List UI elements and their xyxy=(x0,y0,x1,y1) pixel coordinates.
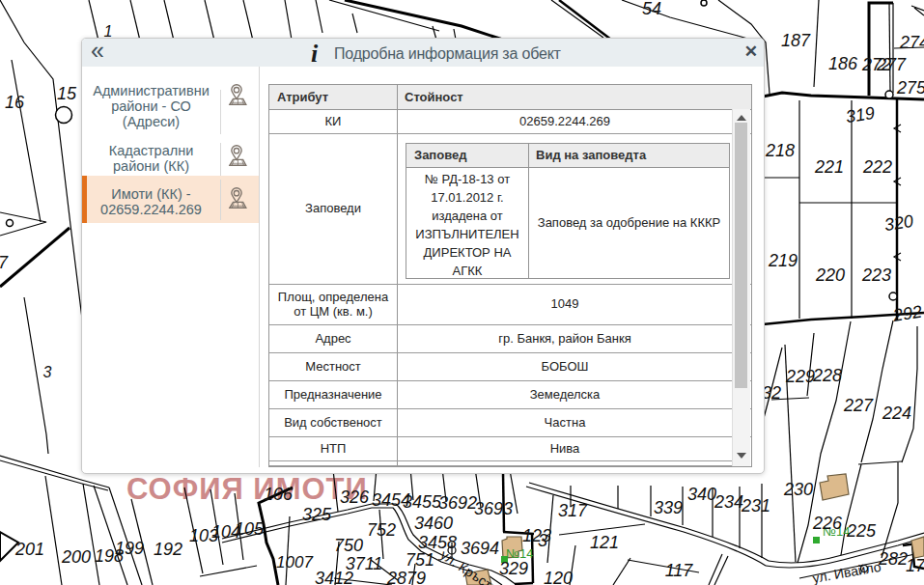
svg-text:200: 200 xyxy=(61,547,91,567)
svg-text:750: 750 xyxy=(334,536,363,555)
svg-text:121: 121 xyxy=(590,533,619,552)
svg-text:54: 54 xyxy=(642,0,661,18)
svg-text:226: 226 xyxy=(812,514,843,533)
svg-text:275: 275 xyxy=(896,78,924,98)
svg-text:339: 339 xyxy=(654,498,683,517)
svg-text:192: 192 xyxy=(154,540,182,559)
svg-text:7: 7 xyxy=(0,253,9,272)
svg-text:752: 752 xyxy=(367,520,396,540)
svg-text:326: 326 xyxy=(340,488,370,507)
svg-text:199: 199 xyxy=(115,539,144,558)
svg-text:231: 231 xyxy=(741,496,770,515)
svg-text:228: 228 xyxy=(812,366,842,385)
svg-text:229: 229 xyxy=(785,367,815,386)
svg-text:317: 317 xyxy=(558,501,588,520)
svg-text:282: 282 xyxy=(878,549,908,569)
svg-text:225: 225 xyxy=(846,521,877,541)
svg-text:120: 120 xyxy=(544,569,573,585)
svg-text:201: 201 xyxy=(14,540,44,559)
svg-text:3: 3 xyxy=(538,531,547,550)
svg-text:340: 340 xyxy=(687,485,716,504)
svg-text:3455: 3455 xyxy=(403,492,442,512)
svg-text:105: 105 xyxy=(235,519,265,539)
svg-text:16: 16 xyxy=(5,93,25,112)
svg-text:2879: 2879 xyxy=(386,569,426,585)
svg-text:277: 277 xyxy=(876,55,907,74)
svg-text:230: 230 xyxy=(783,480,813,499)
svg-text:224: 224 xyxy=(882,404,911,423)
svg-text:3: 3 xyxy=(43,364,52,380)
svg-text:15: 15 xyxy=(57,84,77,103)
svg-text:117: 117 xyxy=(665,561,694,580)
svg-text:223: 223 xyxy=(861,265,891,285)
svg-text:320: 320 xyxy=(883,211,915,235)
svg-text:3694: 3694 xyxy=(461,539,499,558)
svg-text:187: 187 xyxy=(781,31,811,50)
svg-text:3693: 3693 xyxy=(474,499,513,518)
svg-text:3692: 3692 xyxy=(438,493,477,513)
svg-text:274: 274 xyxy=(899,33,924,52)
svg-text:234: 234 xyxy=(714,492,743,512)
svg-text:173: 173 xyxy=(906,556,924,575)
svg-text:325: 325 xyxy=(302,505,332,524)
svg-text:292: 292 xyxy=(891,302,924,326)
svg-text:751: 751 xyxy=(406,550,434,570)
svg-text:219: 219 xyxy=(768,251,798,270)
svg-text:329: 329 xyxy=(499,559,528,578)
svg-text:221: 221 xyxy=(814,157,844,177)
svg-text:106: 106 xyxy=(264,485,294,504)
svg-text:186: 186 xyxy=(828,54,858,73)
svg-text:319: 319 xyxy=(845,103,877,126)
svg-text:220: 220 xyxy=(815,265,845,285)
svg-text:222: 222 xyxy=(862,157,892,177)
svg-text:ул. Ивайло: ул. Ивайло xyxy=(811,559,882,585)
svg-text:3460: 3460 xyxy=(414,514,453,533)
svg-text:218: 218 xyxy=(765,141,795,160)
svg-text:1007: 1007 xyxy=(276,553,313,571)
svg-text:3412: 3412 xyxy=(315,569,353,585)
svg-text:227: 227 xyxy=(843,396,874,415)
svg-text:СОФИЯ ИМОТИ: СОФИЯ ИМОТИ xyxy=(126,472,368,506)
